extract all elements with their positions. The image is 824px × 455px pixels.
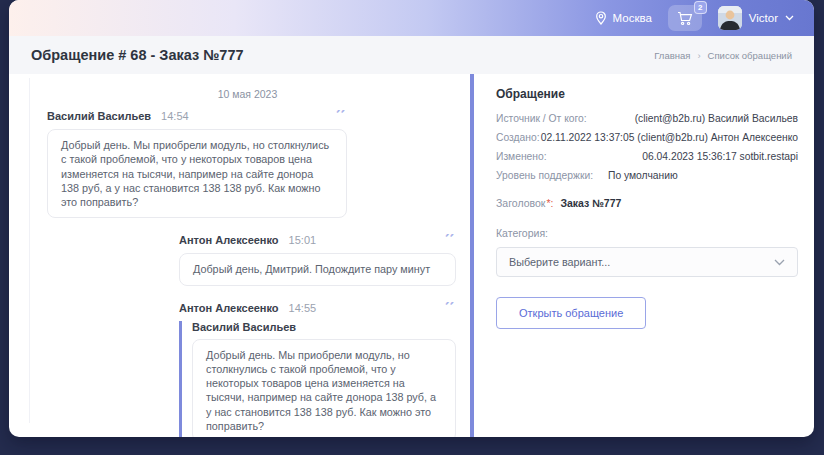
field-row-created: Создано: 02.11.2022 13:37:05 (client@b2b… — [496, 132, 798, 143]
location-selector[interactable]: Москва — [595, 11, 652, 25]
ticket-details-panel: Обращение Источник / От кого: (client@b2… — [474, 74, 814, 437]
breadcrumb-home[interactable]: Главная — [654, 50, 690, 61]
breadcrumb-current[interactable]: Список обращений — [708, 50, 792, 61]
message-header: Антон Алексеенко 14:55 ” — [179, 302, 456, 316]
category-select[interactable]: Выберите вариант... — [496, 247, 798, 277]
chat-message: Антон Алексеенко 14:55 ” Василий Василье… — [179, 302, 456, 438]
quoted-message: Василий Васильев Добрый день. Мы приобре… — [179, 321, 456, 438]
required-mark: *: — [546, 197, 553, 209]
location-label: Москва — [613, 12, 652, 24]
subject-label: Заголовок — [496, 197, 545, 209]
chat-date-separator: 10 мая 2023 — [39, 88, 456, 100]
field-row-modified: Изменено: 06.04.2023 15:36:17 sotbit.res… — [496, 151, 798, 162]
location-pin-icon — [595, 11, 607, 25]
field-label: Источник / От кого: — [496, 113, 587, 124]
field-label: Создано: — [496, 132, 540, 143]
chat-panel: 10 мая 2023 Василий Васильев 14:54 ” Доб… — [9, 74, 474, 437]
message-bubble: Добрый день, Дмитрий. Подождите пару мин… — [179, 253, 456, 285]
field-label: Уровень поддержки: — [496, 170, 608, 181]
subject-value: Заказ №777 — [560, 197, 621, 209]
quote-icon[interactable]: ” — [444, 234, 456, 248]
message-header: Василий Васильев 14:54 ” — [47, 110, 347, 124]
category-placeholder: Выберите вариант... — [509, 256, 610, 268]
field-value: По умолчанию — [608, 170, 678, 181]
field-row-support-level: Уровень поддержки: По умолчанию — [496, 170, 798, 181]
field-label: Изменено: — [496, 151, 547, 162]
chat-message: Антон Алексеенко 15:01 ” Добрый день, Дм… — [179, 234, 456, 285]
field-value: (client@b2b.ru) Василий Васильев — [587, 113, 798, 124]
page-header: Обращение # 68 - Заказ №777 Главная › Сп… — [9, 36, 814, 74]
select-chevron-down-icon — [774, 259, 785, 266]
quote-icon[interactable]: ” — [444, 302, 456, 316]
message-author: Василий Васильев — [47, 110, 151, 122]
field-row-source: Источник / От кого: (client@b2b.ru) Васи… — [496, 113, 798, 124]
field-value: 06.04.2023 15:36:17 sotbit.restapi — [547, 151, 798, 162]
cart-count-badge: 2 — [694, 1, 707, 14]
message-time: 15:01 — [289, 234, 317, 246]
main-window: Москва 2 Victor — [9, 0, 814, 437]
panel-title: Обращение — [496, 87, 798, 101]
message-header: Антон Алексеенко 15:01 ” — [179, 234, 456, 248]
message-author: Антон Алексеенко — [179, 234, 279, 246]
subject-row: Заголовок *: Заказ №777 — [496, 197, 798, 209]
message-time: 14:54 — [161, 110, 189, 122]
message-time: 14:55 — [289, 302, 317, 314]
open-ticket-button[interactable]: Открыть обращение — [496, 297, 646, 329]
field-value: 02.11.2022 13:37:05 (client@b2b.ru) Анто… — [540, 132, 798, 143]
content-area: 10 мая 2023 Василий Васильев 14:54 ” Доб… — [9, 74, 814, 437]
user-avatar — [718, 6, 742, 30]
username-label: Victor — [749, 12, 778, 24]
user-menu[interactable]: Victor — [718, 6, 794, 30]
category-label: Категория: — [496, 227, 798, 239]
shopping-cart-icon — [677, 11, 693, 26]
cart-button[interactable]: 2 — [668, 5, 702, 31]
quoted-bubble: Добрый день. Мы приобрели модуль, но сто… — [192, 339, 456, 438]
breadcrumb-separator: › — [697, 50, 700, 61]
chevron-down-icon — [785, 15, 794, 21]
quoted-author: Василий Васильев — [192, 321, 456, 333]
message-author: Антон Алексеенко — [179, 302, 279, 314]
message-bubble: Добрый день. Мы приобрели модуль, но сто… — [47, 129, 347, 218]
topbar: Москва 2 Victor — [9, 0, 814, 36]
breadcrumb: Главная › Список обращений — [654, 50, 792, 61]
page-title: Обращение # 68 - Заказ №777 — [31, 47, 244, 63]
chat-message: Василий Васильев 14:54 ” Добрый день. Мы… — [47, 110, 347, 218]
quote-icon[interactable]: ” — [335, 110, 347, 124]
